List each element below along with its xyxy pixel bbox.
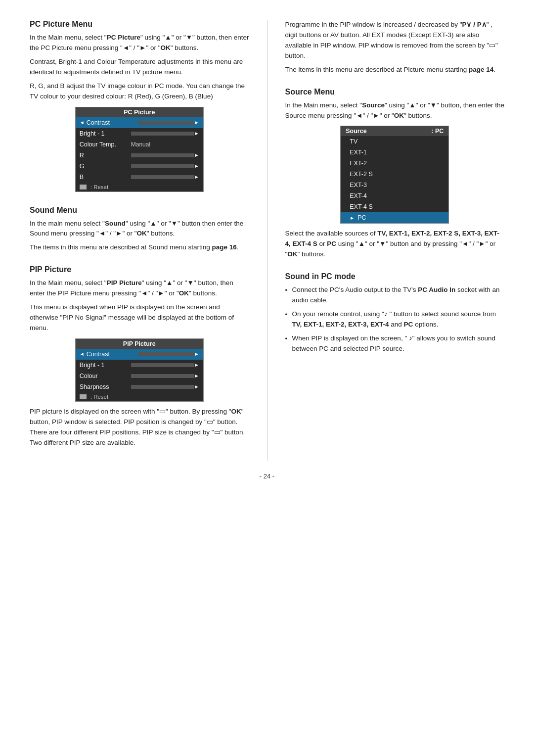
sound-in-pc-bullet3: • When PIP is displayed on the screen, "…	[285, 333, 505, 354]
source-header-left: Source	[346, 128, 366, 135]
pc-menu-row-r: R ►	[76, 150, 203, 161]
right-arrow-icon: ►	[194, 152, 199, 158]
pip-row-sharpness-label: Sharpness	[80, 383, 129, 390]
right-arrow-icon: ►	[194, 163, 199, 169]
right-arrow-icon: ►	[194, 120, 199, 125]
source-tv-label: TV	[350, 138, 357, 145]
pip-picture-menu-header: PIP Picture	[76, 339, 203, 349]
sound-menu-para2: The items in this menu are described at …	[30, 242, 249, 253]
right-column: Programme in the PIP window is increased…	[285, 20, 505, 461]
left-arrow-icon: ◄	[80, 120, 85, 125]
pip-picture-title: PIP Picture	[30, 265, 249, 274]
sound-menu-para1: In the main menu select "Sound" using "▲…	[30, 219, 249, 239]
pc-row-contrast-bar	[138, 121, 194, 125]
source-header-right: : PC	[431, 128, 444, 135]
bar-bg	[131, 153, 194, 157]
source-menu-para1: In the Main menu, select "Source" using …	[285, 100, 505, 121]
source-row-pc: ► PC	[341, 212, 448, 223]
source-row-ext2s: EXT-2 S	[341, 169, 448, 180]
pip-picture-para1: In the Main menu, select "PIP Picture" u…	[30, 278, 249, 299]
source-menu-para2: Select the available sources of TV, EXT-…	[285, 229, 505, 260]
sound-in-pc-bullet2: • On your remote control, using "♪ " but…	[285, 309, 505, 330]
pc-row-b-bar	[131, 175, 194, 179]
left-arrow-icon: ◄	[80, 351, 85, 357]
right-arrow-icon: ►	[194, 131, 199, 136]
pip-picture-section: PIP Picture In the Main menu, select "PI…	[30, 265, 249, 451]
pip-row-bright-label: Bright - 1	[80, 362, 129, 369]
pc-row-r-label: R	[80, 152, 129, 159]
pc-menu-row-bright: Bright - 1 ►	[76, 128, 203, 139]
source-ext2s-label: EXT-2 S	[350, 171, 373, 178]
pc-picture-para1: In the Main menu, select "PC Picture" us…	[30, 33, 249, 53]
pip-row-bright-bar	[131, 363, 194, 367]
source-row-ext4: EXT-4	[341, 190, 448, 201]
sound-menu-title: Sound Menu	[30, 206, 249, 215]
pc-row-g-bar	[131, 164, 194, 168]
page: PC Picture Menu In the Main menu, select…	[30, 20, 504, 480]
pc-menu-row-b: B ►	[76, 172, 203, 183]
bar-bg	[131, 175, 194, 179]
pc-picture-menu-table: PC Picture ◄ Contrast ► Bright - 1	[75, 107, 204, 192]
source-ext3-label: EXT-3	[350, 182, 367, 189]
bar-bg	[138, 352, 194, 356]
pc-picture-reset-label: : Reset	[90, 184, 108, 190]
source-menu-table: Source : PC TV EXT-1 EXT-2 EXT-2 S	[340, 126, 449, 224]
bar-bg	[131, 132, 194, 136]
pc-row-bright-bar	[131, 132, 194, 136]
pip-picture-para3: PIP picture is displayed on the screen w…	[30, 407, 249, 448]
pip-continued-section: Programme in the PIP window is increased…	[285, 20, 505, 79]
source-row-ext3: EXT-3	[341, 180, 448, 190]
source-menu-title: Source Menu	[285, 88, 505, 96]
pc-picture-para3: R, G, and B adjust the TV image colour i…	[30, 81, 249, 102]
sound-in-pc-bullet1-text: Connect the PC's Audio output to the TV'…	[292, 285, 505, 306]
pip-menu-row-bright: Bright - 1 ►	[76, 360, 203, 371]
source-ext4s-label: EXT-4 S	[350, 203, 373, 210]
bullet-icon: •	[285, 334, 292, 354]
pc-menu-row-colour-temp: Colour Temp. Manual	[76, 139, 203, 150]
column-divider	[267, 20, 267, 461]
pc-picture-menu-section: PC Picture Menu In the Main menu, select…	[30, 20, 249, 197]
pip-row-sharpness-bar	[131, 385, 194, 389]
pc-row-colourtemp-label: Colour Temp.	[80, 141, 129, 148]
pc-picture-menu-footer: : Reset	[76, 183, 203, 191]
pip-continued-para2: The items in this menu are described at …	[285, 65, 505, 75]
left-column: PC Picture Menu In the Main menu, select…	[30, 20, 249, 461]
sound-in-pc-bullet1: • Connect the PC's Audio output to the T…	[285, 285, 505, 306]
pc-row-r-bar	[131, 153, 194, 157]
source-ext1-label: EXT-1	[350, 149, 367, 156]
reset-icon	[80, 394, 87, 399]
right-arrow-icon: ►	[194, 351, 199, 357]
pip-row-colour-bar	[131, 374, 194, 378]
sound-in-pc-title: Sound in PC mode	[285, 272, 505, 281]
bar-bg	[131, 164, 194, 168]
source-row-ext1: EXT-1	[341, 147, 448, 158]
pip-menu-row-colour: Colour ►	[76, 371, 203, 381]
pip-picture-menu-table: PIP Picture ◄ Contrast ► Bright - 1	[75, 338, 204, 402]
bullet-icon: •	[285, 310, 292, 330]
pc-row-contrast-label: Contrast	[87, 119, 136, 126]
pip-continued-para1: Programme in the PIP window is increased…	[285, 20, 505, 61]
right-arrow-icon: ►	[194, 174, 199, 180]
pip-row-contrast-bar	[138, 352, 194, 356]
right-arrow-icon: ►	[194, 384, 199, 389]
pip-row-colour-label: Colour	[80, 373, 129, 379]
pip-picture-reset-label: : Reset	[90, 394, 108, 400]
source-row-ext2: EXT-2	[341, 158, 448, 169]
sound-in-pc-bullet2-text: On your remote control, using "♪ " butto…	[292, 309, 505, 330]
pc-picture-para2: Contrast, Bright-1 and Colour Temperatur…	[30, 57, 249, 78]
bar-bg	[131, 363, 194, 367]
pc-picture-menu-header: PC Picture	[76, 107, 203, 117]
reset-icon	[80, 185, 87, 189]
main-columns: PC Picture Menu In the Main menu, select…	[30, 20, 504, 461]
pc-row-colourtemp-value: Manual	[131, 141, 150, 148]
bar-bg	[131, 374, 194, 378]
pip-picture-menu-footer: : Reset	[76, 392, 203, 401]
sound-in-pc-bullet3-text: When PIP is displayed on the screen, " ♪…	[292, 333, 505, 354]
source-ext2-label: EXT-2	[350, 160, 367, 167]
pc-row-g-label: G	[80, 163, 129, 170]
sound-in-pc-section: Sound in PC mode • Connect the PC's Audi…	[285, 272, 505, 358]
source-pc-label: PC	[357, 214, 366, 221]
pc-row-b-label: B	[80, 174, 129, 181]
sound-menu-section: Sound Menu In the main menu select "Soun…	[30, 206, 249, 257]
pc-picture-title: PC Picture Menu	[30, 20, 249, 29]
